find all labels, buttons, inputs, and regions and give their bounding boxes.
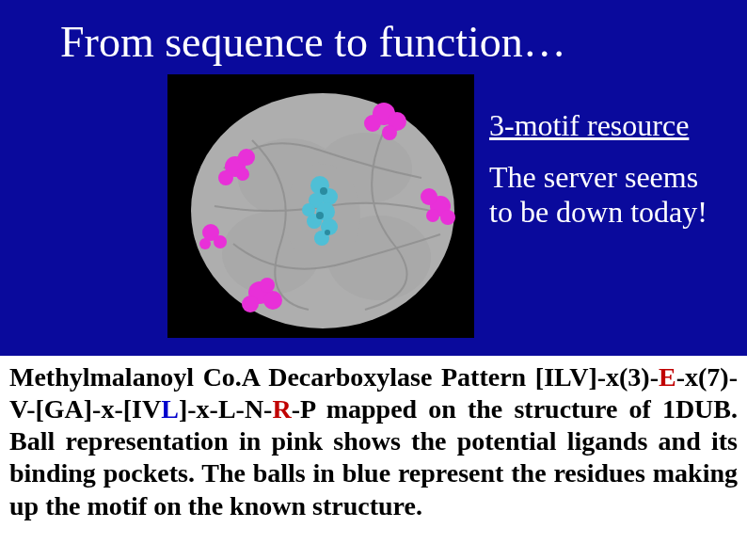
- pattern-residue-r: R: [272, 394, 291, 424]
- protein-structure-image: [167, 74, 474, 338]
- svg-point-9: [236, 168, 249, 181]
- note-line-1: The server seems: [489, 160, 698, 194]
- svg-point-23: [214, 235, 227, 248]
- pattern-part-4: -P: [292, 394, 315, 424]
- caption-block: Methylmalanoyl Co.A Decarboxylase Patter…: [0, 356, 747, 560]
- pattern-residue-l: L: [161, 394, 179, 424]
- svg-point-16: [440, 210, 455, 225]
- svg-point-8: [218, 170, 233, 185]
- note-line-2: to be down today!: [489, 195, 707, 229]
- svg-point-19: [263, 291, 282, 310]
- svg-point-24: [199, 238, 211, 249]
- content-row: 3-motif resource The server seems to be …: [0, 74, 747, 338]
- svg-point-15: [421, 188, 437, 205]
- caption-lead: Methylmalanoyl Co.A Decarboxylase Patter…: [9, 362, 526, 392]
- molecule-illustration: [167, 74, 474, 338]
- svg-point-35: [325, 230, 330, 235]
- svg-point-7: [238, 149, 255, 166]
- svg-point-34: [316, 212, 324, 219]
- server-status-note: The server seems to be down today!: [489, 160, 707, 230]
- svg-point-13: [382, 125, 397, 140]
- slide-title: From sequence to function…: [0, 0, 747, 67]
- svg-point-12: [364, 115, 381, 132]
- svg-point-17: [426, 209, 439, 222]
- pattern-part-1: [ILV]-x(3)-: [526, 362, 659, 392]
- svg-point-21: [260, 278, 275, 293]
- pattern-residue-e: E: [659, 362, 676, 392]
- pattern-part-3: ]-x-L-N-: [179, 394, 273, 424]
- svg-point-20: [242, 296, 259, 312]
- side-text-block: 3-motif resource The server seems to be …: [489, 74, 707, 338]
- motif-resource-link[interactable]: 3-motif resource: [489, 108, 689, 142]
- svg-point-33: [320, 187, 327, 195]
- svg-point-32: [302, 203, 315, 216]
